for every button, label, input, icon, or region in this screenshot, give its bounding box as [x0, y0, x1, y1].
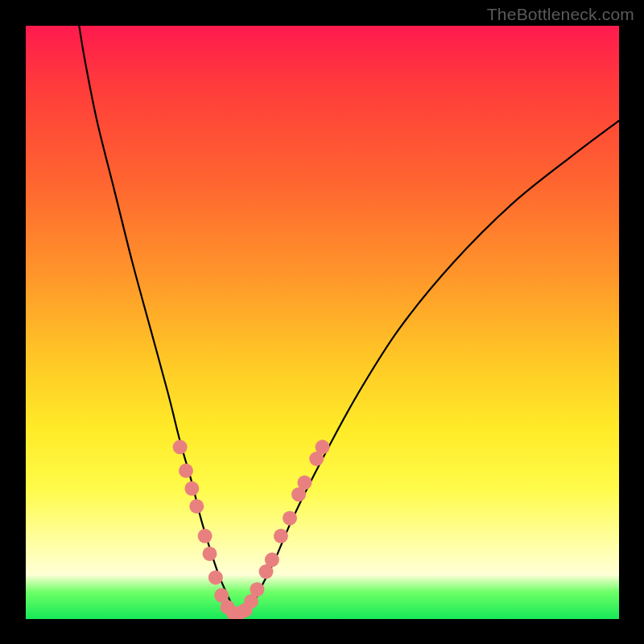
curve-marker — [297, 475, 312, 489]
chart-container: TheBottleneck.com — [0, 0, 644, 644]
curve-svg — [26, 26, 619, 619]
curve-marker — [189, 499, 204, 514]
curve-marker — [265, 552, 279, 567]
curve-marker — [179, 464, 193, 478]
curve-marker — [198, 529, 213, 543]
plot-area — [26, 26, 619, 619]
bottleneck-curve — [79, 26, 619, 613]
curve-marker — [173, 440, 188, 454]
watermark-text: TheBottleneck.com — [487, 5, 634, 24]
curve-marker — [184, 481, 199, 496]
curve-marker — [208, 570, 223, 584]
curve-marker — [283, 511, 297, 526]
curve-marker — [274, 529, 288, 543]
curve-marker — [250, 582, 264, 597]
curve-marker — [316, 440, 330, 454]
curve-markers — [173, 440, 330, 619]
curve-marker — [202, 547, 217, 561]
